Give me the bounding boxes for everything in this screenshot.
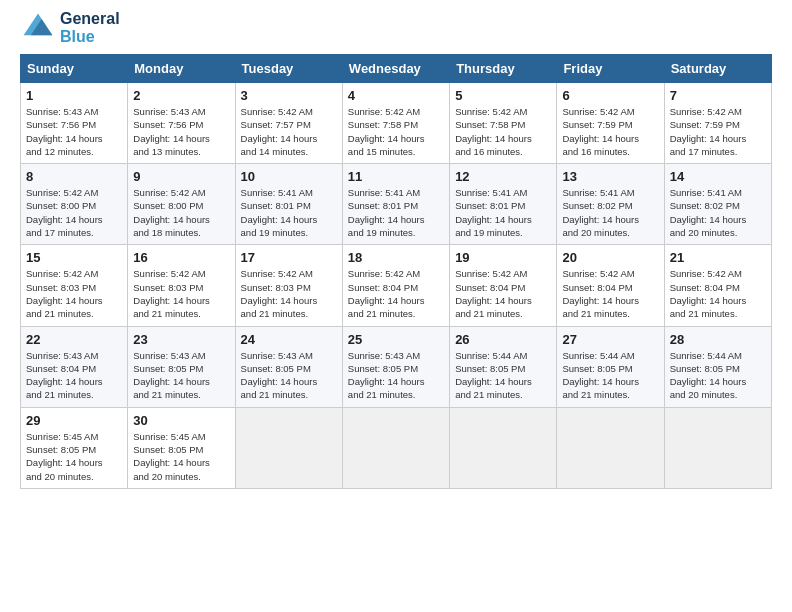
calendar-cell <box>235 407 342 488</box>
logo-icon <box>20 10 56 46</box>
day-info: Sunrise: 5:45 AMSunset: 8:05 PMDaylight:… <box>133 430 229 483</box>
day-info: Sunrise: 5:42 AMSunset: 8:04 PMDaylight:… <box>670 267 766 320</box>
day-info: Sunrise: 5:42 AMSunset: 8:00 PMDaylight:… <box>26 186 122 239</box>
day-number: 29 <box>26 413 122 428</box>
calendar-cell: 8Sunrise: 5:42 AMSunset: 8:00 PMDaylight… <box>21 164 128 245</box>
calendar-cell <box>557 407 664 488</box>
day-info: Sunrise: 5:42 AMSunset: 8:03 PMDaylight:… <box>133 267 229 320</box>
day-info: Sunrise: 5:41 AMSunset: 8:01 PMDaylight:… <box>241 186 337 239</box>
calendar-cell: 23Sunrise: 5:43 AMSunset: 8:05 PMDayligh… <box>128 326 235 407</box>
calendar-cell: 7Sunrise: 5:42 AMSunset: 7:59 PMDaylight… <box>664 83 771 164</box>
calendar-cell: 11Sunrise: 5:41 AMSunset: 8:01 PMDayligh… <box>342 164 449 245</box>
calendar-cell: 18Sunrise: 5:42 AMSunset: 8:04 PMDayligh… <box>342 245 449 326</box>
week-row-4: 29Sunrise: 5:45 AMSunset: 8:05 PMDayligh… <box>21 407 772 488</box>
day-number: 24 <box>241 332 337 347</box>
day-number: 23 <box>133 332 229 347</box>
day-info: Sunrise: 5:44 AMSunset: 8:05 PMDaylight:… <box>562 349 658 402</box>
calendar-cell: 22Sunrise: 5:43 AMSunset: 8:04 PMDayligh… <box>21 326 128 407</box>
header: General Blue <box>20 10 772 46</box>
day-info: Sunrise: 5:44 AMSunset: 8:05 PMDaylight:… <box>455 349 551 402</box>
day-info: Sunrise: 5:43 AMSunset: 7:56 PMDaylight:… <box>26 105 122 158</box>
calendar-cell <box>342 407 449 488</box>
day-number: 11 <box>348 169 444 184</box>
day-number: 30 <box>133 413 229 428</box>
day-number: 1 <box>26 88 122 103</box>
day-info: Sunrise: 5:41 AMSunset: 8:01 PMDaylight:… <box>348 186 444 239</box>
day-number: 12 <box>455 169 551 184</box>
day-number: 2 <box>133 88 229 103</box>
day-number: 4 <box>348 88 444 103</box>
week-row-0: 1Sunrise: 5:43 AMSunset: 7:56 PMDaylight… <box>21 83 772 164</box>
week-row-2: 15Sunrise: 5:42 AMSunset: 8:03 PMDayligh… <box>21 245 772 326</box>
calendar-cell: 24Sunrise: 5:43 AMSunset: 8:05 PMDayligh… <box>235 326 342 407</box>
day-number: 22 <box>26 332 122 347</box>
day-headers-row: SundayMondayTuesdayWednesdayThursdayFrid… <box>21 55 772 83</box>
day-info: Sunrise: 5:43 AMSunset: 8:05 PMDaylight:… <box>241 349 337 402</box>
day-info: Sunrise: 5:43 AMSunset: 8:04 PMDaylight:… <box>26 349 122 402</box>
day-info: Sunrise: 5:43 AMSunset: 7:56 PMDaylight:… <box>133 105 229 158</box>
calendar-cell: 14Sunrise: 5:41 AMSunset: 8:02 PMDayligh… <box>664 164 771 245</box>
day-number: 18 <box>348 250 444 265</box>
day-number: 16 <box>133 250 229 265</box>
logo: General Blue <box>20 10 120 46</box>
calendar-body: 1Sunrise: 5:43 AMSunset: 7:56 PMDaylight… <box>21 83 772 489</box>
calendar-cell: 3Sunrise: 5:42 AMSunset: 7:57 PMDaylight… <box>235 83 342 164</box>
day-header-sunday: Sunday <box>21 55 128 83</box>
calendar-cell: 6Sunrise: 5:42 AMSunset: 7:59 PMDaylight… <box>557 83 664 164</box>
day-number: 20 <box>562 250 658 265</box>
calendar-cell: 1Sunrise: 5:43 AMSunset: 7:56 PMDaylight… <box>21 83 128 164</box>
calendar-cell: 19Sunrise: 5:42 AMSunset: 8:04 PMDayligh… <box>450 245 557 326</box>
day-number: 9 <box>133 169 229 184</box>
day-info: Sunrise: 5:41 AMSunset: 8:01 PMDaylight:… <box>455 186 551 239</box>
day-info: Sunrise: 5:42 AMSunset: 7:58 PMDaylight:… <box>455 105 551 158</box>
day-info: Sunrise: 5:42 AMSunset: 8:00 PMDaylight:… <box>133 186 229 239</box>
calendar-table: SundayMondayTuesdayWednesdayThursdayFrid… <box>20 54 772 489</box>
week-row-3: 22Sunrise: 5:43 AMSunset: 8:04 PMDayligh… <box>21 326 772 407</box>
day-info: Sunrise: 5:42 AMSunset: 8:04 PMDaylight:… <box>562 267 658 320</box>
day-info: Sunrise: 5:43 AMSunset: 8:05 PMDaylight:… <box>133 349 229 402</box>
logo-text: General Blue <box>60 10 120 46</box>
calendar-cell: 27Sunrise: 5:44 AMSunset: 8:05 PMDayligh… <box>557 326 664 407</box>
day-number: 25 <box>348 332 444 347</box>
day-number: 10 <box>241 169 337 184</box>
day-info: Sunrise: 5:42 AMSunset: 7:58 PMDaylight:… <box>348 105 444 158</box>
calendar-cell: 30Sunrise: 5:45 AMSunset: 8:05 PMDayligh… <box>128 407 235 488</box>
day-header-thursday: Thursday <box>450 55 557 83</box>
day-info: Sunrise: 5:42 AMSunset: 7:57 PMDaylight:… <box>241 105 337 158</box>
day-number: 21 <box>670 250 766 265</box>
day-info: Sunrise: 5:43 AMSunset: 8:05 PMDaylight:… <box>348 349 444 402</box>
day-header-saturday: Saturday <box>664 55 771 83</box>
day-info: Sunrise: 5:42 AMSunset: 8:03 PMDaylight:… <box>241 267 337 320</box>
day-number: 14 <box>670 169 766 184</box>
day-info: Sunrise: 5:42 AMSunset: 8:04 PMDaylight:… <box>348 267 444 320</box>
day-info: Sunrise: 5:42 AMSunset: 7:59 PMDaylight:… <box>670 105 766 158</box>
day-number: 3 <box>241 88 337 103</box>
day-number: 27 <box>562 332 658 347</box>
day-info: Sunrise: 5:41 AMSunset: 8:02 PMDaylight:… <box>562 186 658 239</box>
day-info: Sunrise: 5:42 AMSunset: 8:04 PMDaylight:… <box>455 267 551 320</box>
calendar-cell: 12Sunrise: 5:41 AMSunset: 8:01 PMDayligh… <box>450 164 557 245</box>
calendar-cell <box>664 407 771 488</box>
calendar-cell: 17Sunrise: 5:42 AMSunset: 8:03 PMDayligh… <box>235 245 342 326</box>
day-number: 26 <box>455 332 551 347</box>
calendar-cell: 5Sunrise: 5:42 AMSunset: 7:58 PMDaylight… <box>450 83 557 164</box>
day-info: Sunrise: 5:42 AMSunset: 7:59 PMDaylight:… <box>562 105 658 158</box>
calendar-cell: 20Sunrise: 5:42 AMSunset: 8:04 PMDayligh… <box>557 245 664 326</box>
week-row-1: 8Sunrise: 5:42 AMSunset: 8:00 PMDaylight… <box>21 164 772 245</box>
day-number: 19 <box>455 250 551 265</box>
day-number: 17 <box>241 250 337 265</box>
calendar-cell: 4Sunrise: 5:42 AMSunset: 7:58 PMDaylight… <box>342 83 449 164</box>
calendar-cell: 26Sunrise: 5:44 AMSunset: 8:05 PMDayligh… <box>450 326 557 407</box>
day-info: Sunrise: 5:44 AMSunset: 8:05 PMDaylight:… <box>670 349 766 402</box>
calendar-cell: 21Sunrise: 5:42 AMSunset: 8:04 PMDayligh… <box>664 245 771 326</box>
calendar-cell: 15Sunrise: 5:42 AMSunset: 8:03 PMDayligh… <box>21 245 128 326</box>
calendar-cell: 16Sunrise: 5:42 AMSunset: 8:03 PMDayligh… <box>128 245 235 326</box>
day-info: Sunrise: 5:42 AMSunset: 8:03 PMDaylight:… <box>26 267 122 320</box>
page: General Blue SundayMondayTuesdayWednesda… <box>0 0 792 509</box>
calendar-cell <box>450 407 557 488</box>
calendar-cell: 25Sunrise: 5:43 AMSunset: 8:05 PMDayligh… <box>342 326 449 407</box>
day-info: Sunrise: 5:45 AMSunset: 8:05 PMDaylight:… <box>26 430 122 483</box>
day-header-monday: Monday <box>128 55 235 83</box>
day-number: 8 <box>26 169 122 184</box>
calendar-cell: 13Sunrise: 5:41 AMSunset: 8:02 PMDayligh… <box>557 164 664 245</box>
